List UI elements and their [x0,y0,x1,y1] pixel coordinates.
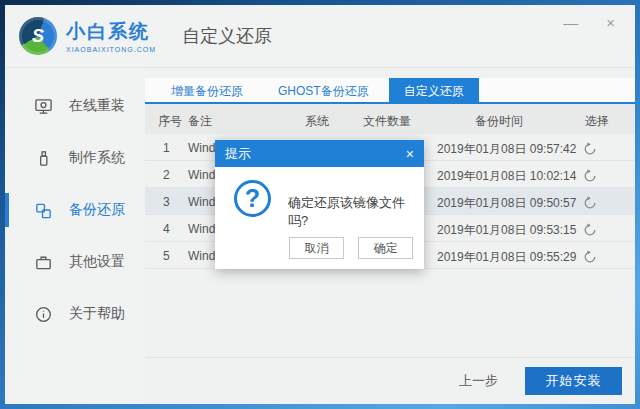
footer-bar: 上一步 开始安装 [145,357,635,404]
sidebar-item-online-reinstall[interactable]: 在线重装 [5,80,145,132]
info-icon [34,305,53,324]
confirm-restore-dialog: 提示 × ? 确定还原该镜像文件吗? 取消 确定 [215,140,424,269]
row-remark: Wind [188,249,215,263]
sidebar-item-other-settings[interactable]: 其他设置 [5,236,145,288]
backup-restore-icon [34,201,53,220]
close-icon[interactable]: × [606,15,615,30]
sidebar-item-label: 备份还原 [69,201,125,219]
column-header-no: 序号 [158,113,182,130]
window-controls: — × [563,15,615,30]
briefcase-icon [34,253,53,272]
column-header-select: 选择 [585,113,609,130]
row-backup-time: 2019年01月08日 09:55:29 [437,249,576,266]
column-header-backup-time: 备份时间 [475,113,523,130]
row-number: 1 [163,141,170,155]
tab-custom-restore[interactable]: 自定义还原 [389,78,479,102]
question-icon: ? [234,180,271,217]
sidebar-item-label: 在线重装 [69,97,125,115]
start-install-button[interactable]: 开始安装 [525,367,622,395]
row-backup-time: 2019年01月08日 09:50:57 [437,195,576,212]
row-remark: Wind [188,141,215,155]
dialog-buttons: 取消 确定 [289,237,413,259]
row-remark: Wind [188,168,215,182]
previous-step-button[interactable]: 上一步 [459,372,498,390]
row-remark: Wind [188,195,215,209]
sidebar-item-label: 关于帮助 [69,305,125,323]
sidebar: 在线重装 制作系统 备份还原 其他设置 [5,68,145,404]
sidebar-item-label: 制作系统 [69,149,125,167]
brand-name: 小白系统 [66,19,156,45]
row-number: 5 [163,249,170,263]
sidebar-item-backup-restore[interactable]: 备份还原 [5,184,145,236]
row-remark: Wind [188,222,215,236]
confirm-button[interactable]: 确定 [358,237,413,259]
monitor-icon [34,97,53,116]
tab-ghost-backup-restore[interactable]: GHOST备份还原 [263,78,384,102]
restore-icon[interactable] [582,222,598,238]
row-backup-time: 2019年01月08日 10:02:14 [437,168,576,185]
restore-icon[interactable] [582,249,598,265]
row-backup-time: 2019年01月08日 09:57:42 [437,141,576,158]
column-header-file-count: 文件数量 [363,113,411,130]
row-number: 4 [163,222,170,236]
brand-domain: XIAOBAIXITONG.COM [66,46,156,53]
logo-letter: S [32,26,44,47]
dialog-message: 确定还原该镜像文件吗? [288,194,424,230]
sidebar-item-make-system[interactable]: 制作系统 [5,132,145,184]
tab-bar: 增量备份还原 GHOST备份还原 自定义还原 [145,78,635,104]
brand-text: 小白系统 XIAOBAIXITONG.COM [66,19,156,53]
dialog-title: 提示 [225,145,251,163]
titlebar: S 小白系统 XIAOBAIXITONG.COM 自定义还原 — × [5,5,635,68]
cancel-button[interactable]: 取消 [289,237,344,259]
column-header-system: 系统 [305,113,329,130]
sidebar-item-label: 其他设置 [69,253,125,271]
row-number: 2 [163,168,170,182]
sidebar-item-about-help[interactable]: 关于帮助 [5,288,145,340]
app-logo: S [19,17,57,55]
table-header: 序号 备注 系统 文件数量 备份时间 选择 [145,104,635,134]
restore-icon[interactable] [582,195,598,211]
dialog-close-icon[interactable]: × [406,146,414,162]
restore-icon[interactable] [582,168,598,184]
page-title: 自定义还原 [182,24,272,48]
column-header-remark: 备注 [188,113,212,130]
dialog-body: ? 确定还原该镜像文件吗? 取消 确定 [215,167,424,269]
row-number: 3 [163,195,170,209]
tab-incremental-backup-restore[interactable]: 增量备份还原 [156,78,258,102]
minimize-icon[interactable]: — [563,15,578,30]
dialog-titlebar: 提示 × [215,140,424,167]
restore-icon[interactable] [582,141,598,157]
usb-icon [34,149,53,168]
app-window: S 小白系统 XIAOBAIXITONG.COM 自定义还原 — × 在线重装 [5,5,635,404]
row-backup-time: 2019年01月08日 09:53:15 [437,222,576,239]
